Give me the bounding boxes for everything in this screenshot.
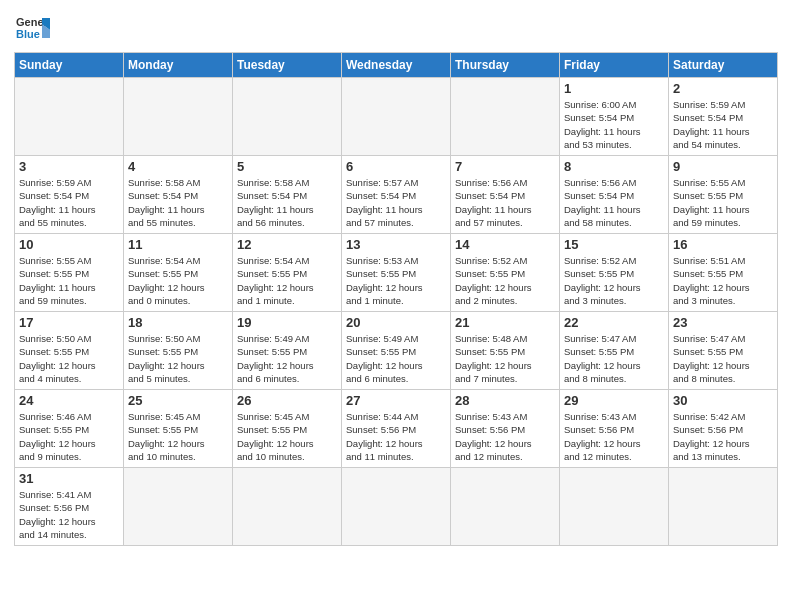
calendar-cell: [15, 78, 124, 156]
day-number: 5: [237, 159, 337, 174]
day-info: Sunrise: 6:00 AM Sunset: 5:54 PM Dayligh…: [564, 98, 664, 151]
header: General Blue: [14, 10, 778, 46]
calendar-cell: [124, 78, 233, 156]
day-info: Sunrise: 5:45 AM Sunset: 5:55 PM Dayligh…: [237, 410, 337, 463]
day-number: 16: [673, 237, 773, 252]
day-number: 26: [237, 393, 337, 408]
day-info: Sunrise: 5:59 AM Sunset: 5:54 PM Dayligh…: [673, 98, 773, 151]
day-info: Sunrise: 5:52 AM Sunset: 5:55 PM Dayligh…: [455, 254, 555, 307]
calendar-cell: 14Sunrise: 5:52 AM Sunset: 5:55 PM Dayli…: [451, 234, 560, 312]
day-number: 30: [673, 393, 773, 408]
week-row-2: 10Sunrise: 5:55 AM Sunset: 5:55 PM Dayli…: [15, 234, 778, 312]
day-info: Sunrise: 5:48 AM Sunset: 5:55 PM Dayligh…: [455, 332, 555, 385]
calendar-cell: 7Sunrise: 5:56 AM Sunset: 5:54 PM Daylig…: [451, 156, 560, 234]
day-info: Sunrise: 5:50 AM Sunset: 5:55 PM Dayligh…: [128, 332, 228, 385]
calendar-cell: 9Sunrise: 5:55 AM Sunset: 5:55 PM Daylig…: [669, 156, 778, 234]
weekday-wednesday: Wednesday: [342, 53, 451, 78]
calendar-cell: [124, 468, 233, 546]
weekday-saturday: Saturday: [669, 53, 778, 78]
day-number: 28: [455, 393, 555, 408]
calendar-cell: 16Sunrise: 5:51 AM Sunset: 5:55 PM Dayli…: [669, 234, 778, 312]
calendar-cell: 29Sunrise: 5:43 AM Sunset: 5:56 PM Dayli…: [560, 390, 669, 468]
day-number: 14: [455, 237, 555, 252]
calendar-cell: [451, 468, 560, 546]
calendar-cell: 23Sunrise: 5:47 AM Sunset: 5:55 PM Dayli…: [669, 312, 778, 390]
calendar-cell: 1Sunrise: 6:00 AM Sunset: 5:54 PM Daylig…: [560, 78, 669, 156]
day-info: Sunrise: 5:57 AM Sunset: 5:54 PM Dayligh…: [346, 176, 446, 229]
calendar-cell: 22Sunrise: 5:47 AM Sunset: 5:55 PM Dayli…: [560, 312, 669, 390]
calendar-cell: [560, 468, 669, 546]
day-number: 25: [128, 393, 228, 408]
calendar-cell: 4Sunrise: 5:58 AM Sunset: 5:54 PM Daylig…: [124, 156, 233, 234]
day-number: 13: [346, 237, 446, 252]
day-number: 24: [19, 393, 119, 408]
day-info: Sunrise: 5:50 AM Sunset: 5:55 PM Dayligh…: [19, 332, 119, 385]
day-info: Sunrise: 5:47 AM Sunset: 5:55 PM Dayligh…: [564, 332, 664, 385]
calendar: SundayMondayTuesdayWednesdayThursdayFrid…: [14, 52, 778, 546]
day-number: 17: [19, 315, 119, 330]
calendar-cell: [342, 78, 451, 156]
calendar-cell: 31Sunrise: 5:41 AM Sunset: 5:56 PM Dayli…: [15, 468, 124, 546]
calendar-cell: 18Sunrise: 5:50 AM Sunset: 5:55 PM Dayli…: [124, 312, 233, 390]
day-number: 1: [564, 81, 664, 96]
calendar-cell: [669, 468, 778, 546]
day-number: 21: [455, 315, 555, 330]
calendar-cell: 30Sunrise: 5:42 AM Sunset: 5:56 PM Dayli…: [669, 390, 778, 468]
day-info: Sunrise: 5:53 AM Sunset: 5:55 PM Dayligh…: [346, 254, 446, 307]
svg-text:Blue: Blue: [16, 28, 40, 40]
calendar-cell: 25Sunrise: 5:45 AM Sunset: 5:55 PM Dayli…: [124, 390, 233, 468]
day-number: 27: [346, 393, 446, 408]
day-number: 3: [19, 159, 119, 174]
day-number: 18: [128, 315, 228, 330]
day-number: 31: [19, 471, 119, 486]
day-info: Sunrise: 5:45 AM Sunset: 5:55 PM Dayligh…: [128, 410, 228, 463]
day-info: Sunrise: 5:58 AM Sunset: 5:54 PM Dayligh…: [128, 176, 228, 229]
day-number: 6: [346, 159, 446, 174]
day-number: 4: [128, 159, 228, 174]
calendar-cell: 5Sunrise: 5:58 AM Sunset: 5:54 PM Daylig…: [233, 156, 342, 234]
calendar-cell: 6Sunrise: 5:57 AM Sunset: 5:54 PM Daylig…: [342, 156, 451, 234]
day-number: 23: [673, 315, 773, 330]
day-number: 7: [455, 159, 555, 174]
weekday-tuesday: Tuesday: [233, 53, 342, 78]
calendar-cell: 24Sunrise: 5:46 AM Sunset: 5:55 PM Dayli…: [15, 390, 124, 468]
calendar-cell: 8Sunrise: 5:56 AM Sunset: 5:54 PM Daylig…: [560, 156, 669, 234]
calendar-cell: 2Sunrise: 5:59 AM Sunset: 5:54 PM Daylig…: [669, 78, 778, 156]
day-info: Sunrise: 5:56 AM Sunset: 5:54 PM Dayligh…: [455, 176, 555, 229]
day-number: 8: [564, 159, 664, 174]
logo: General Blue: [14, 10, 50, 46]
week-row-1: 3Sunrise: 5:59 AM Sunset: 5:54 PM Daylig…: [15, 156, 778, 234]
day-number: 12: [237, 237, 337, 252]
calendar-cell: [233, 78, 342, 156]
calendar-cell: 19Sunrise: 5:49 AM Sunset: 5:55 PM Dayli…: [233, 312, 342, 390]
calendar-cell: 20Sunrise: 5:49 AM Sunset: 5:55 PM Dayli…: [342, 312, 451, 390]
calendar-cell: 21Sunrise: 5:48 AM Sunset: 5:55 PM Dayli…: [451, 312, 560, 390]
logo-icon: General Blue: [14, 10, 50, 46]
calendar-cell: 11Sunrise: 5:54 AM Sunset: 5:55 PM Dayli…: [124, 234, 233, 312]
week-row-0: 1Sunrise: 6:00 AM Sunset: 5:54 PM Daylig…: [15, 78, 778, 156]
day-info: Sunrise: 5:43 AM Sunset: 5:56 PM Dayligh…: [455, 410, 555, 463]
day-number: 19: [237, 315, 337, 330]
day-info: Sunrise: 5:56 AM Sunset: 5:54 PM Dayligh…: [564, 176, 664, 229]
day-number: 29: [564, 393, 664, 408]
day-info: Sunrise: 5:43 AM Sunset: 5:56 PM Dayligh…: [564, 410, 664, 463]
weekday-sunday: Sunday: [15, 53, 124, 78]
day-number: 15: [564, 237, 664, 252]
page: General Blue SundayMondayTuesdayWednesda…: [0, 0, 792, 612]
day-info: Sunrise: 5:58 AM Sunset: 5:54 PM Dayligh…: [237, 176, 337, 229]
week-row-4: 24Sunrise: 5:46 AM Sunset: 5:55 PM Dayli…: [15, 390, 778, 468]
day-number: 22: [564, 315, 664, 330]
day-number: 9: [673, 159, 773, 174]
day-info: Sunrise: 5:59 AM Sunset: 5:54 PM Dayligh…: [19, 176, 119, 229]
weekday-friday: Friday: [560, 53, 669, 78]
calendar-cell: 3Sunrise: 5:59 AM Sunset: 5:54 PM Daylig…: [15, 156, 124, 234]
day-number: 11: [128, 237, 228, 252]
calendar-cell: [342, 468, 451, 546]
weekday-thursday: Thursday: [451, 53, 560, 78]
day-info: Sunrise: 5:47 AM Sunset: 5:55 PM Dayligh…: [673, 332, 773, 385]
weekday-monday: Monday: [124, 53, 233, 78]
calendar-cell: [451, 78, 560, 156]
calendar-cell: 27Sunrise: 5:44 AM Sunset: 5:56 PM Dayli…: [342, 390, 451, 468]
day-info: Sunrise: 5:55 AM Sunset: 5:55 PM Dayligh…: [19, 254, 119, 307]
day-info: Sunrise: 5:55 AM Sunset: 5:55 PM Dayligh…: [673, 176, 773, 229]
